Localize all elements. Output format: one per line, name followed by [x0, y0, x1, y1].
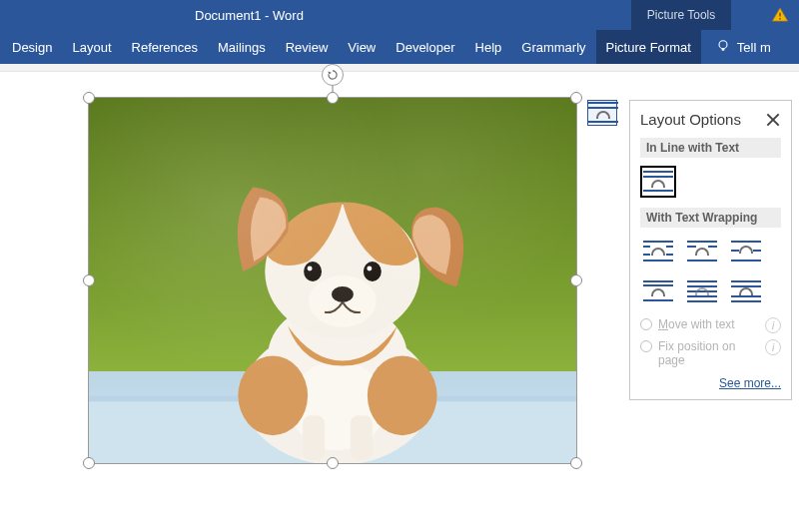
close-icon[interactable]: [765, 112, 781, 128]
wrap-option-square[interactable]: [640, 236, 676, 267]
wrap-option-grid: [640, 236, 781, 307]
selected-picture[interactable]: [88, 97, 577, 464]
wrap-top-bottom-icon: [643, 279, 673, 303]
title-bar: Document1 - Word Picture Tools: [0, 0, 799, 30]
ribbon-tab-mailings[interactable]: Mailings: [208, 30, 276, 64]
svg-rect-1: [779, 18, 781, 20]
radio-label: Move with text: [658, 317, 759, 331]
resize-handle-middle-left[interactable]: [83, 274, 95, 286]
inline-option-grid: [640, 166, 781, 198]
ruler: [0, 64, 799, 72]
ribbon-tab-picture-format[interactable]: Picture Format: [596, 30, 701, 64]
lightbulb-icon: [715, 38, 731, 57]
ribbon-tab-layout[interactable]: Layout: [62, 30, 121, 64]
ribbon-tab-review[interactable]: Review: [276, 30, 339, 64]
see-more-row: See more...: [640, 373, 781, 391]
wrap-tight-icon: [687, 240, 717, 264]
ribbon-tab-design[interactable]: Design: [2, 30, 62, 64]
wrap-square-icon: [643, 240, 673, 264]
resize-handle-top-middle[interactable]: [327, 92, 339, 104]
wrap-in-line-icon: [643, 170, 673, 194]
tell-me-search[interactable]: Tell m: [715, 38, 771, 57]
layout-options-flyout: Layout Options In Line with Text With Te…: [629, 100, 792, 400]
resize-handle-top-left[interactable]: [83, 92, 95, 104]
wrap-front-icon: [731, 279, 761, 303]
radio-icon: [640, 318, 652, 330]
rotation-handle[interactable]: [322, 64, 344, 86]
wrap-through-icon: [731, 240, 761, 264]
document-title: Document1 - Word: [195, 8, 304, 23]
picture-content: [89, 98, 576, 463]
layout-options-icon: [588, 101, 616, 125]
wrap-option-behind-text[interactable]: [684, 275, 720, 307]
resize-handle-bottom-right[interactable]: [570, 457, 582, 469]
radio-fix-position: Fix position on page i: [640, 339, 781, 367]
radio-label: Fix position on page: [658, 339, 759, 367]
wrap-option-in-front-of-text[interactable]: [728, 275, 764, 307]
warning-icon[interactable]: [771, 6, 789, 28]
svg-rect-3: [721, 48, 724, 50]
resize-handle-bottom-left[interactable]: [83, 457, 95, 469]
radio-icon: [640, 340, 652, 352]
svg-rect-0: [779, 13, 781, 17]
wrap-option-through[interactable]: [728, 236, 764, 267]
ribbon-tab-developer[interactable]: Developer: [386, 30, 464, 64]
wrap-option-top-and-bottom[interactable]: [640, 275, 676, 307]
wrap-option-tight[interactable]: [684, 236, 720, 267]
resize-handle-middle-right[interactable]: [570, 274, 582, 286]
resize-handle-top-right[interactable]: [570, 92, 582, 104]
info-icon[interactable]: i: [765, 317, 781, 333]
ribbon-tab-grammarly[interactable]: Grammarly: [511, 30, 595, 64]
svg-point-2: [719, 40, 727, 48]
ribbon-tab-help[interactable]: Help: [465, 30, 512, 64]
layout-options-toggle[interactable]: [587, 100, 617, 126]
wrap-option-in-line-with-text[interactable]: [640, 166, 676, 198]
contextual-tab-picture-tools[interactable]: Picture Tools: [631, 0, 731, 30]
tell-me-label: Tell m: [737, 40, 771, 55]
flyout-title: Layout Options: [640, 111, 741, 128]
wrap-behind-icon: [687, 279, 717, 303]
resize-handle-bottom-middle[interactable]: [327, 457, 339, 469]
ribbon-tabs: Design Layout References Mailings Review…: [0, 30, 799, 64]
section-inline-label: In Line with Text: [640, 138, 781, 158]
radio-move-with-text: Move with text i: [640, 317, 781, 333]
ribbon-tab-view[interactable]: View: [338, 30, 386, 64]
ribbon-tab-references[interactable]: References: [122, 30, 208, 64]
see-more-link[interactable]: See more...: [719, 376, 781, 390]
section-wrap-label: With Text Wrapping: [640, 208, 781, 228]
rotate-icon: [326, 68, 340, 82]
contextual-tab-label: Picture Tools: [647, 8, 715, 22]
info-icon[interactable]: i: [765, 339, 781, 355]
